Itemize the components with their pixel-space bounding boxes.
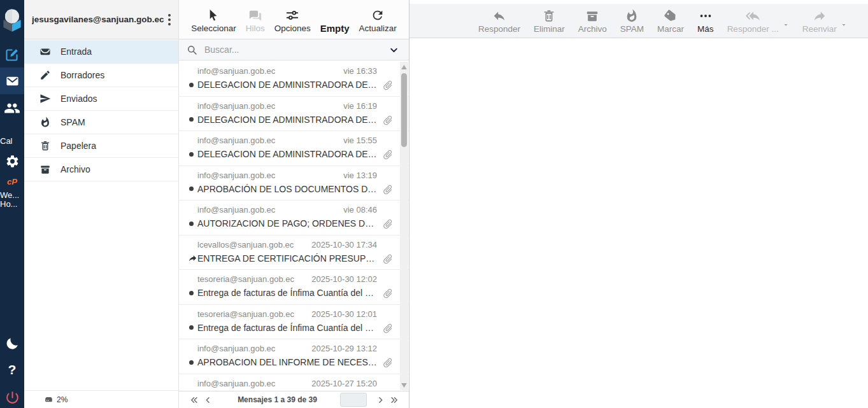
toolbar-button-label: Hilos [246, 24, 265, 33]
options-icon [285, 7, 299, 22]
message-subject: DELEGACION DE ADMINISTRADORA DE OR... [197, 149, 377, 159]
toolbar-button-responder[interactable]: Responder [478, 8, 520, 34]
folder-label: Archivo [60, 164, 90, 174]
sidebar-item-papelera[interactable]: Papelera [24, 134, 178, 158]
last-page-button[interactable] [387, 393, 401, 406]
toolbar-button-spam[interactable]: SPAM [620, 8, 644, 34]
first-page-button[interactable] [187, 393, 201, 406]
sidebar-item-enviados[interactable]: Enviados [24, 87, 178, 111]
trash-outline-icon [39, 140, 51, 151]
send-icon [39, 93, 51, 104]
message-sender: info@sanjuan.gob.ec [197, 344, 311, 353]
folder-label: Entrada [60, 46, 92, 57]
calendar-link[interactable]: Cal [0, 136, 24, 146]
account-email: jesusgavilanes@sanjuan.gob.ec [32, 15, 166, 24]
toolbar-button-mas[interactable]: Más [697, 8, 714, 34]
prev-page-button[interactable] [201, 393, 215, 406]
toolbar-button-label: Responder ... [727, 24, 779, 34]
toolbar-button-label: Actualizar [359, 24, 397, 33]
message-date: vie 16:33 [343, 66, 377, 76]
attachment-paperclip-icon [382, 80, 394, 91]
logout-power-icon[interactable] [0, 387, 24, 407]
message-row[interactable]: tesoreria@sanjuan.gob.ec 2025-10-30 12:0… [179, 305, 409, 340]
account-menu-icon[interactable] [166, 11, 173, 28]
message-row[interactable]: info@sanjuan.gob.ec vie 08:46 AUTORIZACI… [179, 200, 409, 236]
message-sender: info@sanjuan.gob.ec [197, 66, 343, 76]
search-options-chevron-icon[interactable] [389, 45, 399, 55]
reply-all-icon [746, 8, 760, 23]
message-row[interactable]: info@sanjuan.gob.ec 2025-10-27 15:20 [179, 374, 409, 391]
message-date: vie 16:19 [343, 101, 377, 111]
toolbar-button-eliminar[interactable]: Eliminar [534, 8, 565, 34]
search-input[interactable] [203, 44, 383, 55]
scrollbar-thumb[interactable] [401, 73, 407, 147]
search-icon [187, 45, 197, 55]
archive-icon [39, 164, 51, 175]
message-subject: ENTREGA DE CERTIFICACIÓN PRESUPUEST... [197, 253, 377, 264]
settings-gear-icon[interactable] [0, 151, 24, 171]
webmail-home-link-line2[interactable]: Ho... [0, 199, 24, 208]
message-row[interactable]: info@sanjuan.gob.ec vie 16:33 DELEGACION… [179, 62, 409, 97]
folder-label: Borradores [60, 70, 104, 80]
sidebar-item-spam[interactable]: SPAM [24, 111, 178, 134]
message-row[interactable]: lcevallos@sanjuan.gob.ec 2025-10-30 17:3… [179, 236, 409, 271]
folder-label: SPAM [60, 117, 85, 127]
toolbar-button-actualizar[interactable]: Actualizar [359, 7, 397, 33]
toolbar-button-hilos[interactable]: Hilos [246, 7, 265, 33]
webmail-home-link-line1[interactable]: We... [0, 190, 24, 199]
cpanel-icon[interactable]: cP [0, 176, 24, 187]
dropdown-caret-icon[interactable] [841, 22, 847, 28]
toolbar-button-opciones[interactable]: Opciones [274, 7, 311, 33]
unread-dot [189, 83, 197, 87]
unread-dot [189, 360, 197, 365]
toolbar-button-responder[interactable]: Responder ... [727, 8, 779, 34]
toolbar-button-reenviar[interactable]: Reenviar [802, 8, 837, 34]
list-scrollbar[interactable] [400, 62, 408, 390]
message-sender: info@sanjuan.gob.ec [197, 171, 343, 180]
message-row[interactable]: info@sanjuan.gob.ec vie 13:19 APROBACIÓN… [179, 166, 409, 201]
message-sender: tesoreria@sanjuan.gob.ec [197, 274, 311, 284]
toolbar-button-label: Reenviar [802, 24, 837, 34]
toolbar-button-seleccionar[interactable]: Seleccionar [191, 7, 236, 33]
forward-icon [813, 8, 827, 23]
folder-list: Entrada Borradores Enviados SPAM Papeler… [24, 40, 178, 181]
message-list-toolbar: Seleccionar Hilos Opciones Empty Actuali… [179, 0, 409, 39]
hard-drive-icon [43, 394, 54, 405]
toolbar-button-label: Seleccionar [191, 24, 236, 33]
scroll-down-arrow-icon[interactable] [400, 381, 408, 389]
page-number-input[interactable] [340, 393, 367, 407]
search-bar [179, 39, 409, 60]
toolbar-button-marcar[interactable]: Marcar [657, 8, 684, 34]
compose-button[interactable] [0, 42, 24, 67]
next-page-button[interactable] [373, 393, 387, 406]
sidebar-item-archivo[interactable]: Archivo [24, 158, 178, 181]
folder-sidebar: Entrada Borradores Enviados SPAM Papeler… [24, 40, 178, 408]
message-subject: Entrega de facturas de Ínfima Cuantía de… [197, 323, 377, 333]
toolbar-button-empty[interactable]: Empty [320, 6, 350, 34]
dropdown-caret-icon[interactable] [783, 22, 789, 28]
dark-mode-moon-icon[interactable] [0, 334, 24, 354]
toolbar-button-label: Responder [478, 24, 520, 34]
pagination-label: Mensajes 1 a 39 de 39 [215, 395, 340, 404]
cursor-icon [206, 7, 220, 22]
help-icon[interactable]: ? [0, 360, 24, 379]
pagination-bar: Mensajes 1 a 39 de 39 [179, 391, 409, 408]
mail-section-button[interactable] [0, 67, 24, 94]
sidebar-item-entrada[interactable]: Entrada [24, 40, 178, 64]
message-date: 2025-10-27 15:20 [311, 379, 377, 388]
message-row[interactable]: info@sanjuan.gob.ec vie 15:55 DELEGACION… [179, 131, 409, 166]
contacts-button[interactable] [0, 95, 24, 121]
sidebar-item-borradores[interactable]: Borradores [24, 64, 178, 87]
message-row[interactable]: info@sanjuan.gob.ec 2025-10-29 13:12 APR… [179, 339, 409, 374]
message-sender: info@sanjuan.gob.ec [197, 136, 343, 145]
toolbar-button-label: Opciones [274, 24, 311, 33]
message-date: 2025-10-30 17:34 [311, 240, 377, 250]
toolbar-button-archivo[interactable]: Archivo [578, 8, 607, 34]
threads-icon [248, 7, 262, 22]
message-row[interactable]: info@sanjuan.gob.ec vie 16:19 DELEGACION… [179, 97, 409, 132]
archive-icon [585, 8, 599, 23]
reply-icon [492, 8, 506, 23]
message-date: vie 15:55 [343, 136, 377, 145]
message-row[interactable]: tesoreria@sanjuan.gob.ec 2025-10-30 12:0… [179, 270, 409, 305]
scroll-up-arrow-icon[interactable] [400, 63, 408, 71]
